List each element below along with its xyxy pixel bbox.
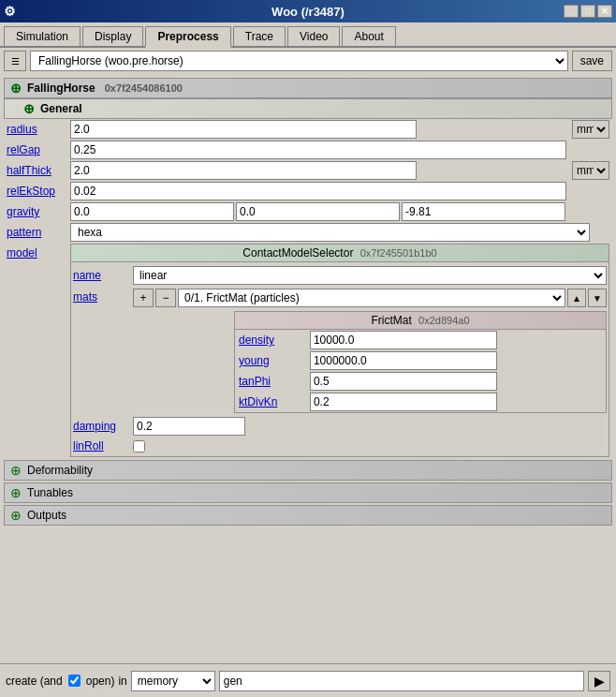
linroll-row: linRoll (73, 437, 607, 454)
tunables-section[interactable]: ⊕ Tunables (4, 482, 612, 503)
fields-table: radius mm relGap halfThick (4, 119, 612, 458)
density-row: density (235, 330, 606, 350)
app-icon: ⚙ (4, 4, 16, 19)
save-button[interactable]: save (572, 51, 612, 71)
fallinghorse-address: 0x7f2454086100 (105, 82, 183, 94)
relgap-label[interactable]: relGap (7, 143, 40, 156)
linroll-label[interactable]: linRoll (73, 439, 129, 452)
ktdivkn-label[interactable]: ktDivKn (239, 395, 277, 408)
mats-up-button[interactable]: ▲ (567, 289, 586, 307)
mats-down-button[interactable]: ▼ (588, 289, 607, 307)
halfthick-input[interactable] (70, 161, 417, 180)
mats-dropdown[interactable]: 0/1. FrictMat (particles) (178, 289, 565, 307)
tab-trace[interactable]: Trace (233, 26, 286, 46)
radius-label[interactable]: radius (7, 123, 37, 136)
mats-label[interactable]: mats (73, 287, 129, 304)
tab-display[interactable]: Display (82, 26, 143, 46)
outputs-section[interactable]: ⊕ Outputs (4, 505, 612, 526)
relekstop-row: relEkStop (4, 181, 612, 201)
relgap-row: relGap (4, 140, 612, 160)
linroll-checkbox[interactable] (133, 440, 145, 452)
menu-bar: Simulation Display Preprocess Trace Vide… (0, 22, 616, 48)
model-mats-row: model ContactModelSelector 0x7f245501b1b… (4, 243, 612, 458)
tanphi-input[interactable] (310, 372, 497, 391)
run-button[interactable]: ▶ (588, 671, 610, 691)
minimize-button[interactable]: _ (564, 5, 579, 18)
frictmat-header: FrictMat 0x2d894a0 (235, 312, 606, 330)
outputs-label: Outputs (27, 509, 66, 522)
cms-header: ContactModelSelector 0x7f245501b1b0 (71, 245, 609, 262)
title-bar: ⚙ Woo (/r3487) _ □ ✕ (0, 0, 616, 22)
main-content: ⊕ FallingHorse 0x7f2454086100 ⊕ General … (0, 74, 616, 617)
halfthick-unit[interactable]: mm (572, 161, 609, 180)
gravity-label[interactable]: gravity (7, 205, 39, 218)
create-label: create (and (6, 675, 63, 688)
density-label[interactable]: density (239, 334, 274, 347)
contact-model-selector: ContactModelSelector 0x7f245501b1b0 name… (70, 244, 609, 457)
density-input[interactable] (310, 331, 497, 349)
halfthick-row: halfThick mm (4, 160, 612, 181)
toolbar: ☰ FallingHorse (woo.pre.horse) save (0, 48, 616, 74)
mats-add-button[interactable]: + (133, 289, 154, 307)
relekstop-input[interactable] (70, 182, 566, 200)
deformability-section[interactable]: ⊕ Deformability (4, 460, 612, 481)
gravity-y-input[interactable] (236, 202, 400, 221)
frictmat-link[interactable]: FrictMat (371, 314, 411, 327)
damping-label[interactable]: damping (73, 420, 129, 433)
fallinghorse-title: FallingHorse (27, 82, 95, 95)
model-label[interactable]: model (7, 246, 37, 260)
frictmat-address: 0x2d894a0 (418, 315, 469, 326)
tanphi-row: tanPhi (235, 371, 606, 392)
frictmat-table: density young tanPhi (235, 330, 606, 412)
window-controls: _ □ ✕ (564, 5, 612, 18)
tab-preprocess[interactable]: Preprocess (145, 26, 230, 48)
young-row: young (235, 350, 606, 371)
relekstop-label[interactable]: relEkStop (7, 185, 55, 198)
gen-input[interactable] (219, 671, 584, 691)
window-title: Woo (/r3487) (271, 5, 345, 19)
young-input[interactable] (310, 351, 497, 370)
linroll-checkbox-cell (133, 440, 145, 452)
young-label[interactable]: young (239, 354, 270, 367)
bottom-bar: create (and open) in memory ▶ (0, 663, 616, 697)
cms-link[interactable]: ContactModelSelector (242, 246, 353, 260)
ktdivkn-row: ktDivKn (235, 392, 606, 412)
frictmat-section: FrictMat 0x2d894a0 density (234, 311, 607, 413)
menu-button[interactable]: ☰ (4, 51, 26, 71)
cms-name-row: name linear (73, 264, 607, 287)
halfthick-label[interactable]: halfThick (7, 164, 51, 177)
mats-remove-button[interactable]: − (155, 289, 176, 307)
preprocess-dropdown[interactable]: FallingHorse (woo.pre.horse) (30, 51, 568, 71)
gravity-z-input[interactable] (402, 202, 565, 221)
mats-controls: + − 0/1. FrictMat (particles) ▲ ▼ (133, 287, 607, 309)
open-checkbox[interactable] (68, 675, 81, 687)
tunables-label: Tunables (27, 486, 73, 499)
cms-name-dropdown[interactable]: linear (133, 266, 607, 285)
tab-simulation[interactable]: Simulation (4, 26, 81, 46)
damping-row: damping (73, 415, 607, 437)
radius-input[interactable] (70, 120, 417, 139)
tanphi-label[interactable]: tanPhi (239, 375, 271, 388)
close-button[interactable]: ✕ (597, 5, 612, 18)
maximize-button[interactable]: □ (580, 5, 595, 18)
tab-about[interactable]: About (342, 26, 395, 46)
damping-input[interactable] (133, 417, 245, 436)
memory-dropdown[interactable]: memory (131, 671, 215, 691)
radius-row: radius mm (4, 119, 612, 140)
tab-video[interactable]: Video (287, 26, 340, 46)
deformability-expand-icon: ⊕ (10, 463, 22, 478)
relgap-input[interactable] (70, 141, 566, 159)
radius-unit[interactable]: mm (572, 120, 609, 139)
in-label: in (118, 675, 126, 688)
tunables-expand-icon: ⊕ (10, 485, 22, 500)
mats-content: + − 0/1. FrictMat (particles) ▲ ▼ (133, 287, 607, 415)
deformability-label: Deformability (27, 464, 93, 477)
open-label: open) (86, 675, 115, 688)
general-header: ⊕ General (4, 98, 612, 119)
pattern-label[interactable]: pattern (7, 226, 41, 239)
pattern-dropdown[interactable]: hexa (70, 223, 590, 242)
gravity-x-input[interactable] (70, 202, 234, 221)
cms-name-label[interactable]: name (73, 269, 129, 282)
fallinghorse-header: ⊕ FallingHorse 0x7f2454086100 (4, 78, 612, 98)
ktdivkn-input[interactable] (310, 393, 497, 411)
